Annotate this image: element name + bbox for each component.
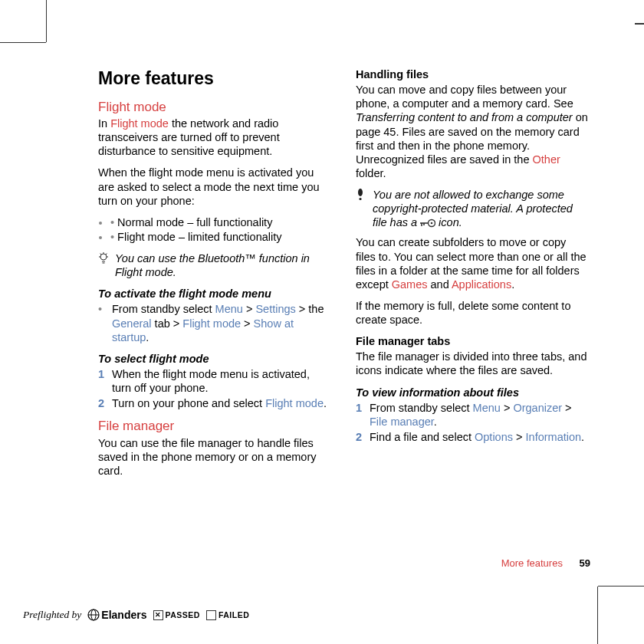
text: .	[324, 397, 327, 409]
nav-menu: Menu	[473, 402, 501, 414]
paragraph: You can use the file manager to handle f…	[98, 436, 331, 478]
step-number: 1	[98, 367, 107, 395]
text: > the	[296, 303, 324, 315]
nav-file-manager: File manager	[370, 416, 434, 428]
step-text: From standby select Menu > Organizer > F…	[370, 401, 589, 429]
text: >	[243, 303, 256, 315]
passed-badge: ✕ PASSED	[153, 610, 200, 620]
text: You can move and copy files between your…	[356, 84, 573, 110]
paragraph: You can move and copy files between your…	[356, 83, 589, 180]
link-other: Other	[533, 153, 560, 166]
step-text: From standby select Menu > Settings > th…	[112, 302, 331, 343]
failed-badge: FAILED	[206, 610, 249, 620]
step: • From standby select Menu > Settings > …	[98, 302, 331, 343]
text: You are not allowed to exchange some cop…	[373, 189, 573, 228]
step-number: 2	[98, 396, 107, 410]
svg-point-8	[358, 189, 363, 196]
paragraph: The file manager is divided into three t…	[356, 350, 589, 377]
warning-icon	[356, 188, 366, 201]
left-column: More features Flight mode In Flight mode…	[98, 67, 331, 485]
nav-options: Options	[475, 431, 513, 443]
subhead-tabs: File manager tabs	[356, 334, 589, 348]
text: .	[146, 331, 149, 343]
text: .	[511, 278, 514, 291]
key-icon	[420, 219, 435, 228]
crop-mark	[46, 0, 47, 42]
text: icon.	[439, 216, 462, 228]
step: 1 From standby select Menu > Organizer >…	[356, 401, 589, 429]
badge-label: FAILED	[219, 610, 249, 619]
page: More features Flight mode In Flight mode…	[0, 0, 644, 644]
nav-settings: Settings	[255, 303, 295, 315]
steps: 1 When the flight mode menu is activated…	[98, 367, 331, 410]
nav-organizer: Organizer	[513, 402, 562, 414]
checkbox-icon	[206, 610, 216, 620]
paragraph: When the flight mode menu is activated y…	[98, 166, 331, 207]
brand-name: Elanders	[101, 609, 146, 621]
svg-point-11	[431, 222, 433, 225]
text: >	[513, 431, 526, 443]
subhead-activate: To activate the flight mode menu	[98, 287, 331, 301]
page-number: 59	[580, 557, 590, 569]
warning-note: You are not allowed to exchange some cop…	[356, 188, 589, 229]
tip-note: You can use the Bluetooth™ function in F…	[98, 251, 331, 279]
tip-text: You can use the Bluetooth™ function in F…	[115, 251, 331, 279]
text: >	[562, 402, 572, 414]
text: Turn on your phone and select	[112, 397, 265, 409]
text: Find a file and select	[370, 431, 475, 443]
text: From standby select	[112, 303, 215, 315]
link-games: Games	[392, 278, 428, 291]
link-normal-mode: Normal mode	[117, 216, 184, 228]
nav-flight-mode: Flight mode	[182, 317, 241, 330]
warning-text: You are not allowed to exchange some cop…	[373, 188, 589, 229]
crop-mark	[598, 586, 644, 586]
link-applications: Applications	[452, 278, 511, 291]
link-flight-mode: Flight mode	[117, 231, 176, 243]
section-flight-mode: Flight mode	[98, 99, 331, 115]
crop-mark	[0, 42, 46, 43]
subhead-view-info: To view information about files	[356, 386, 589, 399]
lightbulb-icon	[98, 251, 109, 264]
nav-flight-mode: Flight mode	[265, 397, 324, 409]
text: >	[241, 317, 254, 330]
list-item: • Flight mode – limited functionality	[110, 230, 331, 244]
svg-line-6	[100, 254, 102, 255]
right-column: Handling files You can move and copy fil…	[356, 67, 589, 485]
section-file-manager: File manager	[98, 418, 331, 434]
nav-general: General	[112, 317, 152, 330]
crop-mark	[635, 23, 644, 25]
svg-point-9	[359, 198, 361, 200]
subhead-handling: Handling files	[356, 67, 589, 81]
text: and	[428, 278, 452, 291]
text: From standby select	[370, 402, 473, 414]
step-number: 2	[356, 430, 365, 444]
page-footer: More features 59	[501, 557, 590, 569]
footer-section: More features	[501, 557, 563, 569]
preflight-label: Preflighted by	[23, 609, 81, 621]
bullet: •	[98, 302, 107, 343]
nav-menu: Menu	[215, 303, 243, 315]
step-text: Find a file and select Options > Informa…	[370, 430, 584, 444]
step: 2 Turn on your phone and select Flight m…	[98, 396, 331, 410]
text: .	[581, 431, 584, 443]
text: – full functionality	[184, 216, 272, 228]
globe-icon	[87, 609, 100, 621]
step-number: 1	[356, 401, 365, 429]
step-text: When the flight mode menu is activated, …	[112, 367, 331, 395]
step: 2 Find a file and select Options > Infor…	[356, 430, 589, 444]
badge-label: PASSED	[166, 610, 200, 619]
text: – limited functionality	[176, 231, 282, 243]
paragraph: In Flight mode the network and radio tra…	[98, 117, 331, 158]
nav-information: Information	[526, 431, 582, 443]
steps: 1 From standby select Menu > Organizer >…	[356, 401, 589, 444]
step: 1 When the flight mode menu is activated…	[98, 367, 331, 395]
link-flight-mode: Flight mode	[110, 117, 169, 130]
svg-point-0	[100, 254, 107, 260]
list-item: • Normal mode – full functionality	[110, 215, 331, 229]
content-area: More features Flight mode In Flight mode…	[98, 67, 589, 485]
page-title: More features	[98, 67, 331, 90]
svg-line-7	[106, 254, 107, 255]
preflight-bar: Preflighted by Elanders ✕ PASSED FAILED	[23, 609, 249, 621]
text: In	[98, 117, 110, 130]
reference: Transferring content to and from a compu…	[356, 111, 573, 123]
